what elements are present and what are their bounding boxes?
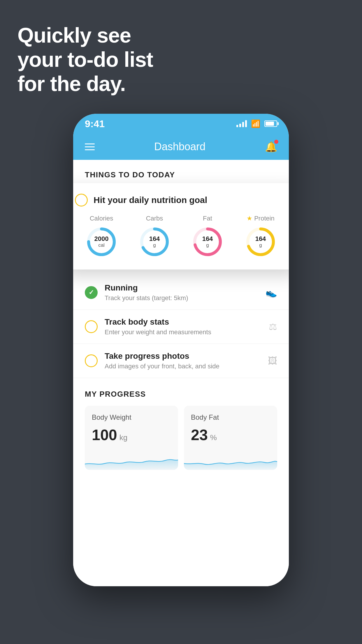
nutrition-protein: ★ Protein 164 g <box>245 215 277 258</box>
battery-icon <box>264 120 277 127</box>
body-stats-title: Track body stats <box>105 317 262 327</box>
body-fat-card[interactable]: Body Fat 23 % <box>184 406 277 470</box>
body-weight-sparkline <box>85 449 178 470</box>
running-text: Running Track your stats (target: 5km) <box>105 283 259 302</box>
notification-button[interactable]: 🔔 <box>265 141 277 153</box>
nutrition-card-title-row: Hit your daily nutrition goal <box>75 194 287 206</box>
photos-icon: 🖼 <box>268 356 277 366</box>
running-radio[interactable] <box>85 286 98 299</box>
nutrition-card: Hit your daily nutrition goal Calories <box>73 183 289 270</box>
list-item-running[interactable]: Running Track your stats (target: 5km) 👟 <box>73 276 289 310</box>
phone-content: THINGS TO DO TODAY Hit your daily nutrit… <box>73 160 289 586</box>
list-item-photos[interactable]: Take progress photos Add images of your … <box>73 344 289 378</box>
body-weight-value-row: 100 kg <box>92 426 171 444</box>
battery-fill <box>266 122 274 126</box>
body-stats-text: Track body stats Enter your weight and m… <box>105 317 262 336</box>
running-subtitle: Track your stats (target: 5km) <box>105 294 259 302</box>
body-fat-value-row: 23 % <box>191 426 270 444</box>
wifi-icon: 📶 <box>251 119 260 128</box>
protein-label-row: ★ Protein <box>247 215 275 222</box>
progress-cards: Body Weight 100 kg <box>85 406 277 470</box>
running-title: Running <box>105 283 259 293</box>
body-stats-radio[interactable] <box>85 320 98 333</box>
fat-value-group: 164 g <box>202 235 213 248</box>
nutrition-carbs: Carbs 164 g <box>138 215 171 258</box>
photos-title: Take progress photos <box>105 351 261 361</box>
calories-value: 2000 <box>94 235 109 242</box>
status-time: 9:41 <box>85 118 105 130</box>
status-bar: 9:41 📶 <box>73 114 289 134</box>
protein-value: 164 <box>255 235 266 242</box>
headline-line3: for the day. <box>17 72 126 95</box>
carbs-donut: 164 g <box>138 226 171 258</box>
fat-value: 164 <box>202 235 213 242</box>
hamburger-menu[interactable] <box>85 144 95 150</box>
body-stats-subtitle: Enter your weight and measurements <box>105 328 262 336</box>
body-fat-value: 23 <box>191 426 208 444</box>
nav-bar: Dashboard 🔔 <box>73 134 289 160</box>
nutrition-card-title: Hit your daily nutrition goal <box>94 195 207 205</box>
calories-value-group: 2000 cal <box>94 235 109 248</box>
protein-label: Protein <box>254 215 275 222</box>
carbs-value: 164 <box>149 235 160 242</box>
progress-header: MY PROGRESS <box>85 390 277 399</box>
body-fat-sparkline <box>184 449 277 470</box>
nutrition-circles: Calories 2000 cal <box>75 215 287 258</box>
nav-title: Dashboard <box>154 141 205 153</box>
headline-line1: Quickly see <box>17 24 131 47</box>
photos-radio[interactable] <box>85 354 98 367</box>
photos-text: Take progress photos Add images of your … <box>105 351 261 370</box>
carbs-value-group: 164 g <box>149 235 160 248</box>
headline: Quickly see your to-do list for the day. <box>17 23 153 96</box>
fat-label: Fat <box>203 215 212 222</box>
todo-list: Running Track your stats (target: 5km) 👟… <box>73 276 289 378</box>
nutrition-radio[interactable] <box>75 194 88 206</box>
body-fat-title: Body Fat <box>191 413 270 421</box>
calories-unit: cal <box>98 242 105 248</box>
calories-label: Calories <box>90 215 113 222</box>
list-item-body-stats[interactable]: Track body stats Enter your weight and m… <box>73 310 289 344</box>
things-today-header: THINGS TO DO TODAY <box>73 160 289 185</box>
calories-donut: 2000 cal <box>85 226 117 258</box>
phone-wrapper: 9:41 📶 Dashboard 🔔 <box>73 114 289 586</box>
protein-unit: g <box>259 242 262 248</box>
body-weight-card[interactable]: Body Weight 100 kg <box>85 406 178 470</box>
body-stats-icon: ⚖ <box>269 321 277 332</box>
fat-donut: 164 g <box>191 226 224 258</box>
progress-section: MY PROGRESS Body Weight 100 kg <box>73 390 289 470</box>
star-icon: ★ <box>247 215 252 222</box>
notification-dot <box>274 140 278 144</box>
status-icons: 📶 <box>236 119 277 128</box>
headline-line2: your to-do list <box>17 48 153 71</box>
carbs-label: Carbs <box>146 215 163 222</box>
signal-icon <box>236 120 247 127</box>
running-icon: 👟 <box>266 287 277 298</box>
body-weight-title: Body Weight <box>92 413 171 421</box>
photos-subtitle: Add images of your front, back, and side <box>105 363 261 370</box>
body-fat-unit: % <box>210 433 217 442</box>
carbs-unit: g <box>153 242 156 248</box>
protein-value-group: 164 g <box>255 235 266 248</box>
nutrition-calories: Calories 2000 cal <box>85 215 117 258</box>
fat-unit: g <box>206 242 209 248</box>
phone-shell: 9:41 📶 Dashboard 🔔 <box>73 114 289 586</box>
nutrition-fat: Fat 164 g <box>191 215 224 258</box>
body-weight-unit: kg <box>120 433 127 442</box>
body-weight-value: 100 <box>92 426 117 444</box>
protein-donut: 164 g <box>245 226 277 258</box>
